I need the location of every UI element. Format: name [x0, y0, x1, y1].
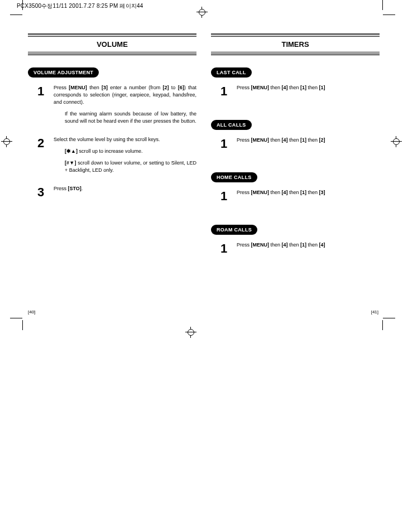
text: to [169, 85, 178, 90]
step-body: Press [STO]. [54, 185, 196, 199]
section-pill-volume-adjustment: VOLUME ADJUSTMENT [28, 67, 99, 78]
trim-mark [22, 0, 23, 10]
step-body: Press [MENU] then [4] then [1] then [4] [237, 241, 380, 255]
step-all-calls: 1 Press [MENU] then [4] then [1] then [2… [211, 137, 380, 150]
text: Press [54, 186, 68, 191]
section-pill-home-calls: HOME CALLS [211, 172, 257, 182]
step-number: 1 [211, 189, 237, 202]
text: then [269, 242, 282, 248]
text: . [81, 186, 83, 191]
text: Press [237, 190, 251, 195]
key-3: [3] [102, 85, 108, 90]
note-text: If the warning alarm sounds because of l… [65, 110, 196, 125]
key-4: [4] [319, 242, 325, 248]
text: then [288, 85, 301, 90]
key-star-up: [✱▲] [65, 148, 78, 154]
text: then [306, 190, 319, 195]
key-4: [4] [282, 242, 288, 248]
step-body: Select the volume level by using the scr… [54, 136, 196, 178]
key-menu: [MENU] [251, 190, 270, 195]
step-number: 1 [211, 84, 237, 98]
key-3: [3] [319, 190, 325, 195]
text: then [306, 85, 319, 90]
text: Press [237, 242, 251, 248]
step-number: 1 [211, 137, 237, 150]
step-home-calls: 1 Press [MENU] then [4] then [1] then [3… [211, 189, 380, 202]
text: Press [237, 85, 251, 90]
step-3: 3 Press [STO]. [28, 185, 196, 199]
step-body: Press [MENU] then [4] then [1] then [2] [237, 137, 380, 150]
step-2: 2 Select the volume level by using the s… [28, 136, 196, 178]
text: Select the volume level by using the scr… [54, 136, 196, 143]
key-menu: [MENU] [69, 85, 87, 90]
key-1: [1] [300, 137, 306, 143]
sheet: PCX3500수정11/11 2001.7.27 8:25 PM 페이지44 V… [0, 0, 403, 532]
step-body: Press [MENU] then [4] then [1] then [1] [237, 84, 380, 98]
text: then [269, 85, 282, 90]
key-6: [6] [178, 85, 184, 90]
text: then [87, 85, 102, 90]
page-number-right: [41] [371, 309, 378, 315]
key-4: [4] [282, 137, 288, 143]
registration-mark-right [391, 136, 402, 147]
title-block-left: VOLUME [28, 33, 196, 55]
key-sto: [STO] [68, 186, 81, 191]
text: then [306, 137, 319, 143]
trim-mark [10, 318, 22, 318]
page-number-left: [40] [28, 309, 35, 315]
trim-mark [382, 0, 383, 10]
registration-mark-top [196, 0, 208, 19]
trim-mark [10, 14, 22, 15]
text: then [288, 190, 301, 195]
step-number: 1 [28, 84, 54, 129]
step-roam-calls: 1 Press [MENU] then [4] then [1] then [4… [211, 241, 380, 255]
step-body: Press [MENU] then [3] enter a number (fr… [54, 84, 196, 129]
text: Press [237, 137, 251, 143]
text: scroll down to lower volume, or setting … [65, 160, 196, 173]
key-1: [1] [300, 85, 306, 90]
text: scroll up to increase volume. [78, 148, 143, 154]
text: then [269, 137, 282, 143]
step-number: 3 [28, 185, 54, 199]
page-title-right: TIMERS [211, 37, 380, 52]
section-pill-all-calls: ALL CALLS [211, 120, 252, 130]
text: then [288, 137, 301, 143]
text: enter a number (from [108, 85, 163, 90]
registration-mark-left [1, 136, 12, 147]
trim-mark [383, 318, 395, 318]
key-hash-down: [#▼] [65, 160, 76, 166]
print-header: PCX3500수정11/11 2001.7.27 8:25 PM 페이지44 [17, 2, 143, 10]
text: then [269, 190, 282, 195]
step-number: 1 [211, 241, 237, 255]
trim-mark [22, 320, 23, 330]
key-1: [1] [300, 190, 306, 195]
step-body: Press [MENU] then [4] then [1] then [3] [237, 189, 380, 202]
page-left: VOLUME VOLUME ADJUSTMENT 1 Press [MENU] … [28, 33, 196, 199]
trim-mark [382, 320, 383, 330]
text: then [306, 242, 319, 248]
step-last-call: 1 Press [MENU] then [4] then [1] then [1… [211, 84, 380, 98]
key-4: [4] [282, 190, 288, 195]
registration-mark-bottom [185, 327, 196, 346]
section-pill-roam-calls: ROAM CALLS [211, 225, 257, 235]
key-2: [2] [319, 137, 325, 143]
key-1: [1] [319, 85, 325, 90]
key-1: [1] [300, 242, 306, 248]
section-pill-last-call: LAST CALL [211, 67, 252, 78]
key-menu: [MENU] [251, 242, 270, 248]
step-1: 1 Press [MENU] then [3] enter a number (… [28, 84, 196, 129]
text: then [288, 242, 301, 248]
trim-mark [383, 14, 395, 15]
key-4: [4] [282, 85, 288, 90]
title-block-right: TIMERS [211, 33, 380, 55]
key-menu: [MENU] [251, 137, 270, 143]
page-right: TIMERS LAST CALL 1 Press [MENU] then [4]… [211, 33, 380, 255]
key-menu: [MENU] [251, 85, 270, 90]
step-number: 2 [28, 136, 54, 178]
page-title-left: VOLUME [28, 37, 196, 52]
key-2: [2] [163, 85, 169, 90]
text: Press [54, 85, 69, 90]
